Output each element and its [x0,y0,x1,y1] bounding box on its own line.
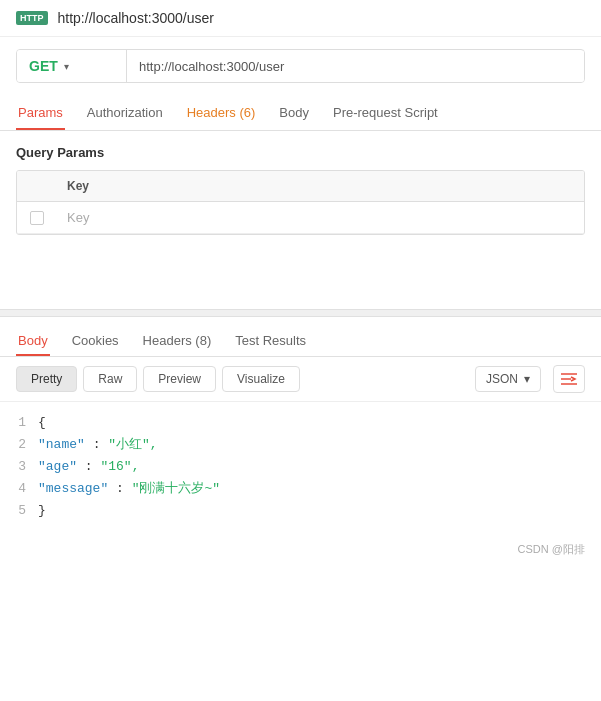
wrap-button[interactable] [553,365,585,393]
line-num-5: 5 [8,500,38,522]
json-colon-1: : [93,437,109,452]
query-params-title: Query Params [16,145,585,160]
format-pretty-btn[interactable]: Pretty [16,366,77,392]
chevron-down-icon: ▾ [64,61,69,72]
tab-body[interactable]: Body [277,97,311,130]
json-value-name: "小红", [108,437,157,452]
format-raw-btn[interactable]: Raw [83,366,137,392]
tab-response-headers[interactable]: Headers (8) [141,327,214,356]
format-visualize-btn[interactable]: Visualize [222,366,300,392]
tab-response-cookies[interactable]: Cookies [70,327,121,356]
method-url-row: GET ▾ [16,49,585,83]
response-tabs: Body Cookies Headers (8) Test Results [0,317,601,357]
json-value-age: "16", [100,459,139,474]
header-key-col: Key [57,171,584,201]
tab-headers[interactable]: Headers (6) [185,97,258,130]
format-preview-btn[interactable]: Preview [143,366,216,392]
line-num-4: 4 [8,478,38,500]
tab-authorization[interactable]: Authorization [85,97,165,130]
row-key-placeholder[interactable]: Key [57,202,584,233]
line-num-1: 1 [8,412,38,434]
watermark: CSDN @阳排 [518,543,585,555]
url-bar: HTTP http://localhost:3000/user [0,0,601,37]
json-body: 1 { 2 "name" : "小红", 3 "age" : "16", 4 [0,402,601,532]
json-key-name: "name" [38,437,85,452]
tab-response-test-results[interactable]: Test Results [233,327,308,356]
footer: CSDN @阳排 [0,532,601,567]
line-num-2: 2 [8,434,38,456]
json-line-2: 2 "name" : "小红", [0,434,601,456]
json-line-1: 1 { [0,412,601,434]
format-bar: Pretty Raw Preview Visualize JSON ▾ [0,357,601,402]
method-select[interactable]: GET ▾ [17,50,127,82]
section-divider [0,309,601,317]
line-content-3: "age" : "16", [38,456,593,478]
line-content-2: "name" : "小红", [38,434,593,456]
request-section: GET ▾ Params Authorization Headers (6) B… [0,37,601,131]
json-key-age: "age" [38,459,77,474]
params-table-row: Key [17,202,584,234]
json-line-3: 3 "age" : "16", [0,456,601,478]
row-checkbox[interactable] [30,211,44,225]
response-section: Body Cookies Headers (8) Test Results Pr… [0,317,601,532]
row-checkbox-col [17,202,57,233]
header-check-col [17,171,57,201]
json-colon-3: : [116,481,132,496]
line-content-4: "message" : "刚满十六岁~" [38,478,593,500]
json-key-message: "message" [38,481,108,496]
line-content-1: { [38,412,593,434]
tab-params[interactable]: Params [16,97,65,130]
tab-pre-request[interactable]: Pre-request Script [331,97,440,130]
params-section: Query Params Key Key [0,131,601,249]
format-type-select[interactable]: JSON ▾ [475,366,541,392]
params-table: Key Key [16,170,585,235]
line-num-3: 3 [8,456,38,478]
tab-response-body[interactable]: Body [16,327,50,356]
params-table-header: Key [17,171,584,202]
url-bar-text: http://localhost:3000/user [58,10,214,26]
http-icon: HTTP [16,11,48,25]
url-input[interactable] [127,51,584,82]
method-label: GET [29,58,58,74]
json-line-4: 4 "message" : "刚满十六岁~" [0,478,601,500]
request-tabs: Params Authorization Headers (6) Body Pr… [16,97,585,130]
json-line-5: 5 } [0,500,601,522]
http-badge: HTTP [16,11,48,25]
chevron-down-icon: ▾ [524,372,530,386]
format-type-label: JSON [486,372,518,386]
line-content-5: } [38,500,593,522]
json-value-message: "刚满十六岁~" [132,481,220,496]
json-colon-2: : [85,459,101,474]
